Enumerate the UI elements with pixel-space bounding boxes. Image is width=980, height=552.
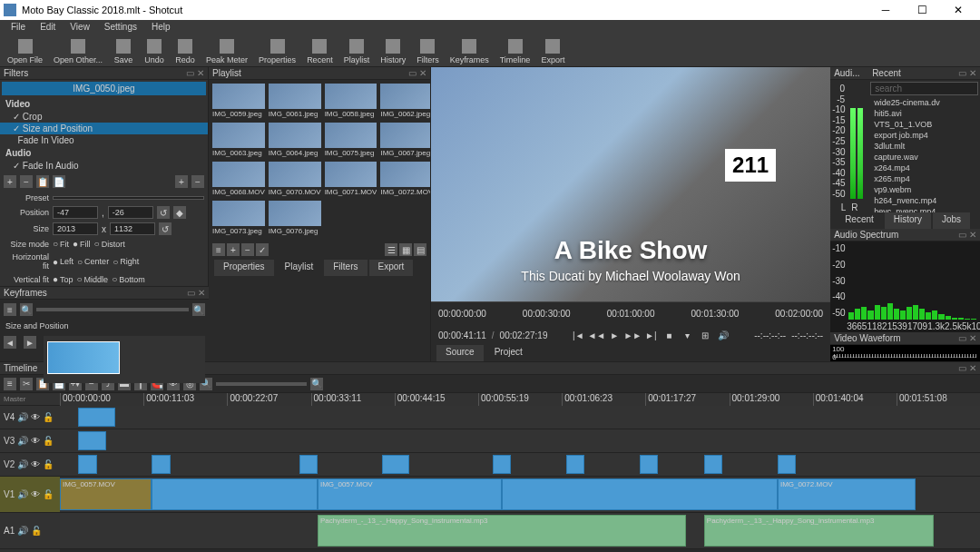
recent-item[interactable]: h264_nvenc.mp4 <box>868 195 980 206</box>
filter-fade-in-video[interactable]: Fade In Video <box>0 134 208 146</box>
playlist-item[interactable]: IMG_0067.jpeg <box>380 123 430 158</box>
hfit-right[interactable]: Right <box>113 257 139 267</box>
position-x-input[interactable]: -47 <box>53 206 98 219</box>
tab-filters[interactable]: Filters <box>324 260 367 276</box>
tl-zoom-in-icon[interactable]: 🔍 <box>310 378 323 390</box>
open-file-button[interactable]: Open File <box>2 38 48 64</box>
tl-menu-button[interactable]: ≡ <box>4 378 16 390</box>
clip[interactable]: IMG_0057.MOV <box>60 478 152 510</box>
tl-cut-button[interactable]: ✂ <box>20 378 33 390</box>
sizemode-fill[interactable]: Fill <box>73 239 91 249</box>
close-icon[interactable]: ▭ ✕ <box>958 68 976 78</box>
track-head-v1[interactable]: V1🔊👁🔓 <box>0 477 60 513</box>
track-v1[interactable]: IMG_0057.MOV IMG_0057.MOV IMG_0072.MOV <box>60 477 980 513</box>
grid-button[interactable]: ⊞ <box>699 329 711 341</box>
pl-menu-button[interactable]: ≡ <box>212 243 225 256</box>
menu-file[interactable]: File <box>4 20 33 36</box>
pl-view-tiles[interactable]: ▦ <box>399 243 412 256</box>
playlist-item[interactable]: IMG_0070.MOV <box>269 162 321 197</box>
add-preset-button[interactable]: + <box>175 175 188 188</box>
sizemode-distort[interactable]: Distort <box>94 239 125 249</box>
clip[interactable] <box>78 455 96 474</box>
scrub-bar[interactable]: 00:00:00:00 00:00:30:00 00:01:00:00 00:0… <box>431 301 830 325</box>
track-head-a1[interactable]: A1🔊🔓 <box>0 513 60 549</box>
tab-source[interactable]: Source <box>436 345 484 361</box>
paste-filter-button[interactable]: 📄 <box>53 175 65 188</box>
recent-item[interactable]: 3dlut.mlt <box>868 141 980 152</box>
clip[interactable] <box>152 478 318 510</box>
clip[interactable] <box>152 455 170 474</box>
size-w-input[interactable]: 2013 <box>53 222 98 235</box>
keyframe-clip[interactable] <box>47 341 120 374</box>
playlist-item[interactable]: IMG_0058.jpeg <box>325 84 377 119</box>
recent-item[interactable]: x264.mp4 <box>868 163 980 173</box>
close-icon[interactable]: ▭ ✕ <box>187 288 205 298</box>
pl-check-button[interactable]: ✓ <box>256 243 269 256</box>
clip-audio[interactable]: Pachyderm_-_13_-_Happy_Song_instrumental… <box>318 515 686 547</box>
close-icon[interactable]: ▭ ✕ <box>186 68 204 78</box>
timeline-button[interactable]: Timeline <box>495 38 536 64</box>
keyframe-icon[interactable]: ◆ <box>173 206 186 219</box>
track-head-master[interactable]: Master <box>0 393 60 406</box>
track-head-v4[interactable]: V4🔊👁🔓 <box>0 406 60 429</box>
clip[interactable] <box>566 455 584 474</box>
recent-item[interactable]: hevc_nvenc.mp4 <box>868 206 980 212</box>
add-filter-button[interactable]: + <box>4 175 16 188</box>
menu-view[interactable]: View <box>63 20 97 36</box>
clip[interactable] <box>778 455 796 474</box>
clip[interactable] <box>640 455 658 474</box>
skip-end-button[interactable]: ►| <box>644 329 657 341</box>
menu-settings[interactable]: Settings <box>97 20 144 36</box>
track-v2[interactable] <box>60 453 980 477</box>
clip[interactable] <box>382 455 409 474</box>
size-h-input[interactable]: 1132 <box>110 222 155 235</box>
recent-button[interactable]: Recent <box>301 38 338 64</box>
recent-item[interactable]: VTS_01_1.VOB <box>868 119 980 130</box>
save-button[interactable]: Save <box>108 38 139 64</box>
clip[interactable]: IMG_0072.MOV <box>778 478 916 510</box>
kf-next-button[interactable]: ► <box>24 336 36 349</box>
pl-view-detailed[interactable]: ☰ <box>385 243 397 256</box>
tl-zoom-slider[interactable] <box>216 382 307 386</box>
playlist-item[interactable]: IMG_0075.jpeg <box>325 123 377 158</box>
close-icon[interactable]: ▭ ✕ <box>408 68 426 78</box>
hfit-left[interactable]: Left <box>53 257 74 267</box>
tab-properties[interactable]: Properties <box>214 260 274 276</box>
zoom-slider[interactable] <box>36 308 189 311</box>
pl-view-icons[interactable]: ▤ <box>414 243 426 256</box>
tab-playlist[interactable]: Playlist <box>276 260 323 276</box>
recent-item[interactable]: wide25-cinema.dv <box>868 97 980 108</box>
open-other-button[interactable]: Open Other... <box>48 38 108 64</box>
zoom-dropdown[interactable]: ▾ <box>681 329 693 341</box>
hfit-center[interactable]: Center <box>77 257 109 267</box>
play-button[interactable]: ► <box>608 329 621 341</box>
timecode-out[interactable]: --:--:--:-- <box>791 330 823 340</box>
playlist-item[interactable]: IMG_0062.jpeg <box>380 84 430 119</box>
tab-jobs[interactable]: Jobs <box>933 212 970 229</box>
peak-meter-button[interactable]: Peak Meter <box>201 38 253 64</box>
track-head-v2[interactable]: V2🔊👁🔓 <box>0 453 60 477</box>
clip-audio[interactable]: Pachyderm_-_13_-_Happy_Song_instrumental… <box>704 515 935 547</box>
position-y-input[interactable]: -26 <box>108 206 153 219</box>
copy-filter-button[interactable]: 📋 <box>36 175 49 188</box>
track-v3[interactable] <box>60 429 980 453</box>
tab-export[interactable]: Export <box>369 260 414 276</box>
kf-menu-button[interactable]: ≡ <box>4 303 16 316</box>
pl-add-button[interactable]: + <box>227 243 240 256</box>
preset-combo[interactable] <box>53 196 204 200</box>
playlist-item[interactable]: IMG_0061.jpeg <box>269 84 321 119</box>
reset-icon[interactable]: ↺ <box>159 222 172 235</box>
clip[interactable] <box>704 455 722 474</box>
reset-icon[interactable]: ↺ <box>157 206 170 219</box>
close-icon[interactable]: ▭ ✕ <box>958 363 976 373</box>
history-button[interactable]: History <box>375 38 411 64</box>
pl-remove-button[interactable]: − <box>241 243 254 256</box>
playlist-item[interactable]: IMG_0064.jpeg <box>269 123 321 158</box>
playlist-item[interactable]: IMG_0073.jpeg <box>212 201 265 236</box>
volume-button[interactable]: 🔊 <box>717 329 730 341</box>
filter-crop[interactable]: ✓ Crop <box>0 111 208 123</box>
recent-item[interactable]: capture.wav <box>868 152 980 163</box>
playlist-item[interactable]: IMG_0063.jpeg <box>212 123 265 158</box>
undo-button[interactable]: Undo <box>139 38 170 64</box>
playlist-item[interactable]: IMG_0071.MOV <box>325 162 377 197</box>
